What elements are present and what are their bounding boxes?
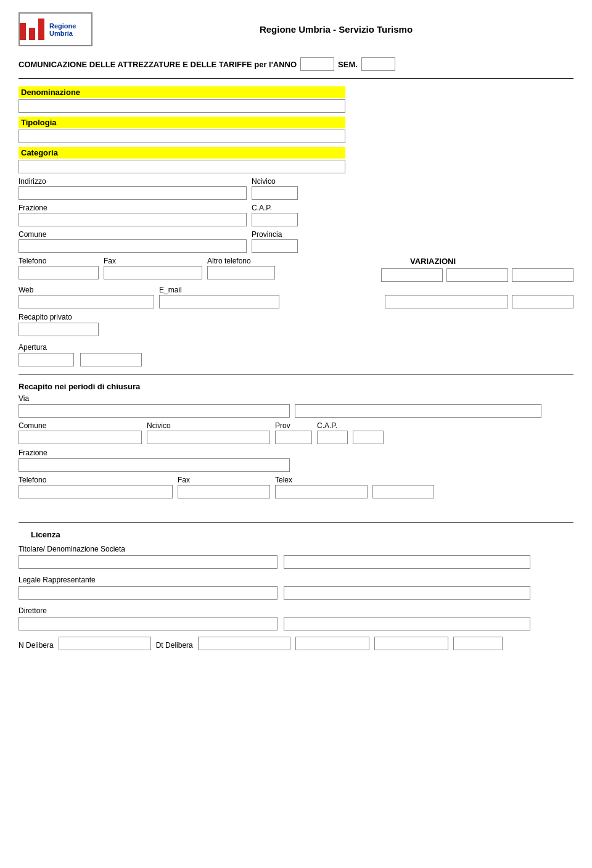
direttore-label: Direttore: [18, 606, 47, 615]
web-input[interactable]: [18, 295, 154, 308]
email-group: E_mail: [159, 286, 279, 308]
comune-label: Comune: [18, 230, 247, 239]
licenza-label: Licenza: [31, 530, 574, 539]
fax2-label: Fax: [178, 476, 270, 484]
apertura-input-1[interactable]: [18, 353, 74, 366]
divider-licenza: [18, 522, 574, 523]
frazione2-input[interactable]: [18, 458, 290, 472]
telefono-row: Telefono Fax Altro telefono VARIAZIONI: [18, 257, 574, 282]
altro-telefono-input[interactable]: [207, 266, 275, 279]
n-delibera-label: N Delibera: [18, 641, 54, 650]
telefono2-label: Telefono: [18, 476, 173, 484]
frazione-label: Frazione: [18, 204, 247, 212]
telex-input[interactable]: [275, 485, 368, 498]
cap2-input[interactable]: [317, 431, 348, 444]
recapito-privato-label: Recapito privato: [18, 313, 72, 321]
apertura-label: Apertura: [18, 343, 47, 352]
ncivico2-input[interactable]: [147, 431, 270, 444]
page-header: Regione Umbria Regione Umbria - Servizio…: [18, 12, 574, 46]
telex-extra[interactable]: [372, 485, 434, 498]
comune-input[interactable]: [18, 239, 247, 253]
form-title-line: COMUNICAZIONE DELLE ATTREZZATURE E DELLE…: [18, 57, 574, 71]
denominazione-label: Denominazione: [18, 86, 345, 98]
delibera-row: N Delibera Dt Delibera: [18, 637, 574, 650]
via-input-2[interactable]: [295, 404, 541, 418]
direttore-input-2[interactable]: [284, 617, 530, 630]
categoria-label: Categoria: [18, 147, 345, 159]
frazione2-section: Frazione: [18, 448, 574, 472]
logo-bars: [20, 19, 44, 40]
comune2-group: Comune: [18, 421, 142, 444]
delibera-extra-1[interactable]: [295, 637, 369, 650]
fax-label: Fax: [104, 257, 202, 265]
recapito-chiusura-label: Recapito nei periodi di chiusura: [18, 382, 574, 391]
ncivico-input[interactable]: [252, 186, 298, 200]
categoria-section: Categoria: [18, 147, 574, 173]
variazioni-input-5[interactable]: [512, 295, 574, 308]
header-title: Regione Umbria - Servizio Turismo: [99, 24, 574, 35]
apertura-input-2[interactable]: [80, 353, 142, 366]
tipologia-section: Tipologia: [18, 117, 574, 143]
comune2-label: Comune: [18, 421, 142, 430]
frazione-input[interactable]: [18, 213, 247, 226]
titolare-label: Titolare/ Denominazione Societa: [18, 545, 125, 553]
provincia-input[interactable]: [252, 239, 298, 253]
recapito-privato-input[interactable]: [18, 323, 99, 336]
logo-bar-3: [38, 19, 44, 40]
divider-recapito: [18, 374, 574, 374]
n-delibera-input[interactable]: [59, 637, 151, 650]
legale-input-2[interactable]: [284, 586, 530, 600]
indirizzo-input[interactable]: [18, 186, 247, 200]
comune2-input[interactable]: [18, 431, 142, 444]
form-title-text: COMUNICAZIONE DELLE ATTREZZATURE E DELLE…: [18, 60, 297, 69]
tipologia-input[interactable]: [18, 130, 345, 143]
cap2-group: C.A.P.: [317, 421, 348, 444]
titolare-input-1[interactable]: [18, 555, 278, 569]
cap-label: C.A.P.: [252, 204, 298, 212]
legale-label: Legale Rappresentante: [18, 576, 96, 584]
divider-top: [18, 78, 574, 79]
telefono-input[interactable]: [18, 266, 99, 279]
delibera-extra-2[interactable]: [374, 637, 448, 650]
categoria-input[interactable]: [18, 160, 345, 173]
denominazione-section: Denominazione: [18, 86, 574, 113]
logo-text: Regione Umbria: [49, 22, 91, 37]
dt-delibera-group: Dt Delibera: [156, 641, 193, 650]
anno-input[interactable]: [300, 57, 334, 71]
email-label: E_mail: [159, 286, 279, 294]
frazione-group: Frazione: [18, 204, 247, 226]
cap2-extra[interactable]: [353, 431, 384, 444]
email-input[interactable]: [159, 295, 279, 308]
denominazione-input[interactable]: [18, 99, 345, 113]
delibera-extra-3[interactable]: [453, 637, 503, 650]
legale-input-1[interactable]: [18, 586, 278, 600]
fax-input[interactable]: [104, 266, 202, 279]
indirizzo-row: Indirizzo Ncivico: [18, 177, 574, 200]
telefono-group: Telefono: [18, 257, 99, 279]
titolare-input-2[interactable]: [284, 555, 530, 569]
variazioni-input-1[interactable]: [381, 268, 443, 282]
dt-delibera-input[interactable]: [198, 637, 290, 650]
via-input-1[interactable]: [18, 404, 290, 418]
variazioni-input-2[interactable]: [446, 268, 508, 282]
sem-input[interactable]: [361, 57, 395, 71]
web-row: Web E_mail: [18, 286, 574, 308]
ncivico2-group: Ncivico: [147, 421, 270, 444]
ncivico-group: Ncivico: [252, 177, 298, 200]
logo-box: Regione Umbria: [18, 12, 92, 46]
web-label: Web: [18, 286, 154, 294]
direttore-input-1[interactable]: [18, 617, 278, 630]
tipologia-label: Tipologia: [18, 117, 345, 128]
dt-delibera-label: Dt Delibera: [156, 641, 193, 650]
variazioni-input-3[interactable]: [512, 268, 574, 282]
prov-input[interactable]: [275, 431, 312, 444]
frazione-row: Frazione C.A.P.: [18, 204, 574, 226]
variazioni-input-4[interactable]: [385, 295, 508, 308]
n-delibera-group: N Delibera: [18, 641, 54, 650]
fax2-input[interactable]: [178, 485, 270, 498]
cap-input[interactable]: [252, 213, 298, 226]
logo-bar-1: [20, 23, 26, 40]
indirizzo-label: Indirizzo: [18, 177, 247, 186]
telefono2-input[interactable]: [18, 485, 173, 498]
indirizzo-group: Indirizzo: [18, 177, 247, 200]
